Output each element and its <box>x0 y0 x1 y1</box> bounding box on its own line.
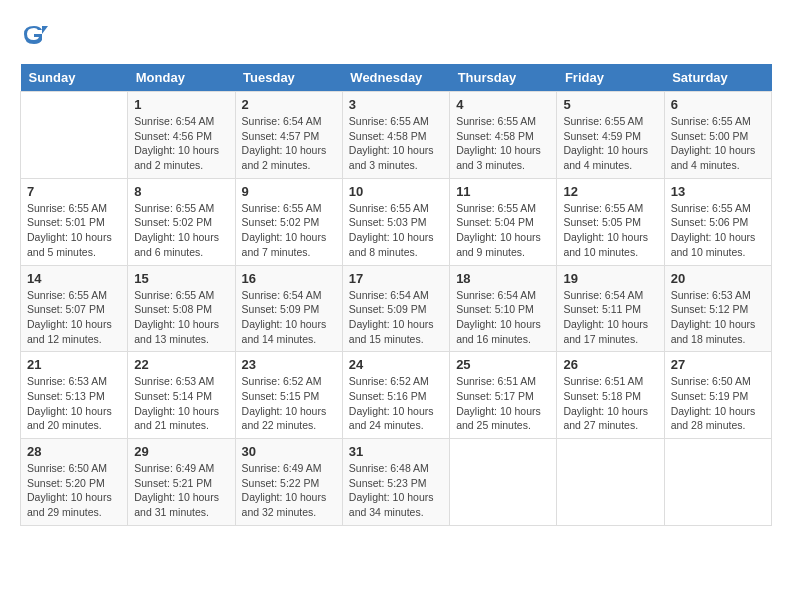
calendar-cell: 17Sunrise: 6:54 AM Sunset: 5:09 PM Dayli… <box>342 265 449 352</box>
logo-icon <box>20 20 48 48</box>
day-number: 20 <box>671 271 765 286</box>
day-number: 11 <box>456 184 550 199</box>
day-info: Sunrise: 6:50 AM Sunset: 5:20 PM Dayligh… <box>27 461 121 520</box>
calendar-week-3: 14Sunrise: 6:55 AM Sunset: 5:07 PM Dayli… <box>21 265 772 352</box>
day-number: 29 <box>134 444 228 459</box>
day-info: Sunrise: 6:48 AM Sunset: 5:23 PM Dayligh… <box>349 461 443 520</box>
calendar-table: SundayMondayTuesdayWednesdayThursdayFrid… <box>20 64 772 526</box>
day-number: 13 <box>671 184 765 199</box>
day-info: Sunrise: 6:54 AM Sunset: 5:10 PM Dayligh… <box>456 288 550 347</box>
day-info: Sunrise: 6:50 AM Sunset: 5:19 PM Dayligh… <box>671 374 765 433</box>
day-number: 30 <box>242 444 336 459</box>
day-number: 10 <box>349 184 443 199</box>
calendar-cell: 25Sunrise: 6:51 AM Sunset: 5:17 PM Dayli… <box>450 352 557 439</box>
day-number: 17 <box>349 271 443 286</box>
day-number: 19 <box>563 271 657 286</box>
day-number: 3 <box>349 97 443 112</box>
calendar-week-5: 28Sunrise: 6:50 AM Sunset: 5:20 PM Dayli… <box>21 439 772 526</box>
calendar-cell: 2Sunrise: 6:54 AM Sunset: 4:57 PM Daylig… <box>235 92 342 179</box>
day-info: Sunrise: 6:54 AM Sunset: 5:09 PM Dayligh… <box>242 288 336 347</box>
day-info: Sunrise: 6:53 AM Sunset: 5:12 PM Dayligh… <box>671 288 765 347</box>
day-number: 8 <box>134 184 228 199</box>
calendar-cell: 13Sunrise: 6:55 AM Sunset: 5:06 PM Dayli… <box>664 178 771 265</box>
day-number: 5 <box>563 97 657 112</box>
day-info: Sunrise: 6:51 AM Sunset: 5:18 PM Dayligh… <box>563 374 657 433</box>
day-info: Sunrise: 6:55 AM Sunset: 5:06 PM Dayligh… <box>671 201 765 260</box>
calendar-cell: 1Sunrise: 6:54 AM Sunset: 4:56 PM Daylig… <box>128 92 235 179</box>
calendar-cell: 11Sunrise: 6:55 AM Sunset: 5:04 PM Dayli… <box>450 178 557 265</box>
day-info: Sunrise: 6:55 AM Sunset: 5:00 PM Dayligh… <box>671 114 765 173</box>
calendar-cell: 8Sunrise: 6:55 AM Sunset: 5:02 PM Daylig… <box>128 178 235 265</box>
weekday-header-friday: Friday <box>557 64 664 92</box>
calendar-cell <box>450 439 557 526</box>
weekday-header-monday: Monday <box>128 64 235 92</box>
day-info: Sunrise: 6:55 AM Sunset: 4:58 PM Dayligh… <box>456 114 550 173</box>
calendar-cell: 7Sunrise: 6:55 AM Sunset: 5:01 PM Daylig… <box>21 178 128 265</box>
day-number: 14 <box>27 271 121 286</box>
weekday-header-saturday: Saturday <box>664 64 771 92</box>
day-number: 16 <box>242 271 336 286</box>
day-info: Sunrise: 6:54 AM Sunset: 5:09 PM Dayligh… <box>349 288 443 347</box>
day-info: Sunrise: 6:55 AM Sunset: 5:02 PM Dayligh… <box>134 201 228 260</box>
weekday-row: SundayMondayTuesdayWednesdayThursdayFrid… <box>21 64 772 92</box>
weekday-header-wednesday: Wednesday <box>342 64 449 92</box>
calendar-cell: 14Sunrise: 6:55 AM Sunset: 5:07 PM Dayli… <box>21 265 128 352</box>
calendar-cell: 5Sunrise: 6:55 AM Sunset: 4:59 PM Daylig… <box>557 92 664 179</box>
day-info: Sunrise: 6:55 AM Sunset: 5:05 PM Dayligh… <box>563 201 657 260</box>
day-info: Sunrise: 6:52 AM Sunset: 5:15 PM Dayligh… <box>242 374 336 433</box>
day-info: Sunrise: 6:53 AM Sunset: 5:14 PM Dayligh… <box>134 374 228 433</box>
day-info: Sunrise: 6:54 AM Sunset: 4:56 PM Dayligh… <box>134 114 228 173</box>
calendar-cell: 12Sunrise: 6:55 AM Sunset: 5:05 PM Dayli… <box>557 178 664 265</box>
calendar-cell <box>557 439 664 526</box>
calendar-cell: 10Sunrise: 6:55 AM Sunset: 5:03 PM Dayli… <box>342 178 449 265</box>
calendar-cell: 29Sunrise: 6:49 AM Sunset: 5:21 PM Dayli… <box>128 439 235 526</box>
weekday-header-thursday: Thursday <box>450 64 557 92</box>
calendar-cell: 20Sunrise: 6:53 AM Sunset: 5:12 PM Dayli… <box>664 265 771 352</box>
day-info: Sunrise: 6:55 AM Sunset: 5:02 PM Dayligh… <box>242 201 336 260</box>
day-number: 7 <box>27 184 121 199</box>
calendar-cell: 3Sunrise: 6:55 AM Sunset: 4:58 PM Daylig… <box>342 92 449 179</box>
day-number: 1 <box>134 97 228 112</box>
day-number: 4 <box>456 97 550 112</box>
weekday-header-tuesday: Tuesday <box>235 64 342 92</box>
day-number: 27 <box>671 357 765 372</box>
page-header <box>20 20 772 48</box>
day-info: Sunrise: 6:49 AM Sunset: 5:21 PM Dayligh… <box>134 461 228 520</box>
day-info: Sunrise: 6:55 AM Sunset: 5:08 PM Dayligh… <box>134 288 228 347</box>
calendar-cell <box>664 439 771 526</box>
day-info: Sunrise: 6:55 AM Sunset: 4:58 PM Dayligh… <box>349 114 443 173</box>
day-number: 15 <box>134 271 228 286</box>
day-number: 6 <box>671 97 765 112</box>
calendar-cell: 24Sunrise: 6:52 AM Sunset: 5:16 PM Dayli… <box>342 352 449 439</box>
day-number: 22 <box>134 357 228 372</box>
day-info: Sunrise: 6:53 AM Sunset: 5:13 PM Dayligh… <box>27 374 121 433</box>
day-number: 12 <box>563 184 657 199</box>
calendar-cell: 31Sunrise: 6:48 AM Sunset: 5:23 PM Dayli… <box>342 439 449 526</box>
day-info: Sunrise: 6:54 AM Sunset: 5:11 PM Dayligh… <box>563 288 657 347</box>
day-info: Sunrise: 6:54 AM Sunset: 4:57 PM Dayligh… <box>242 114 336 173</box>
calendar-header: SundayMondayTuesdayWednesdayThursdayFrid… <box>21 64 772 92</box>
calendar-cell: 21Sunrise: 6:53 AM Sunset: 5:13 PM Dayli… <box>21 352 128 439</box>
calendar-cell: 4Sunrise: 6:55 AM Sunset: 4:58 PM Daylig… <box>450 92 557 179</box>
day-info: Sunrise: 6:49 AM Sunset: 5:22 PM Dayligh… <box>242 461 336 520</box>
calendar-cell: 22Sunrise: 6:53 AM Sunset: 5:14 PM Dayli… <box>128 352 235 439</box>
calendar-cell: 6Sunrise: 6:55 AM Sunset: 5:00 PM Daylig… <box>664 92 771 179</box>
day-info: Sunrise: 6:55 AM Sunset: 5:01 PM Dayligh… <box>27 201 121 260</box>
calendar-body: 1Sunrise: 6:54 AM Sunset: 4:56 PM Daylig… <box>21 92 772 526</box>
calendar-cell: 16Sunrise: 6:54 AM Sunset: 5:09 PM Dayli… <box>235 265 342 352</box>
calendar-cell <box>21 92 128 179</box>
day-number: 23 <box>242 357 336 372</box>
day-number: 9 <box>242 184 336 199</box>
day-number: 28 <box>27 444 121 459</box>
day-info: Sunrise: 6:52 AM Sunset: 5:16 PM Dayligh… <box>349 374 443 433</box>
logo <box>20 20 52 48</box>
calendar-cell: 15Sunrise: 6:55 AM Sunset: 5:08 PM Dayli… <box>128 265 235 352</box>
calendar-week-4: 21Sunrise: 6:53 AM Sunset: 5:13 PM Dayli… <box>21 352 772 439</box>
calendar-cell: 23Sunrise: 6:52 AM Sunset: 5:15 PM Dayli… <box>235 352 342 439</box>
day-number: 24 <box>349 357 443 372</box>
weekday-header-sunday: Sunday <box>21 64 128 92</box>
calendar-week-1: 1Sunrise: 6:54 AM Sunset: 4:56 PM Daylig… <box>21 92 772 179</box>
day-info: Sunrise: 6:55 AM Sunset: 5:03 PM Dayligh… <box>349 201 443 260</box>
day-info: Sunrise: 6:51 AM Sunset: 5:17 PM Dayligh… <box>456 374 550 433</box>
day-info: Sunrise: 6:55 AM Sunset: 4:59 PM Dayligh… <box>563 114 657 173</box>
